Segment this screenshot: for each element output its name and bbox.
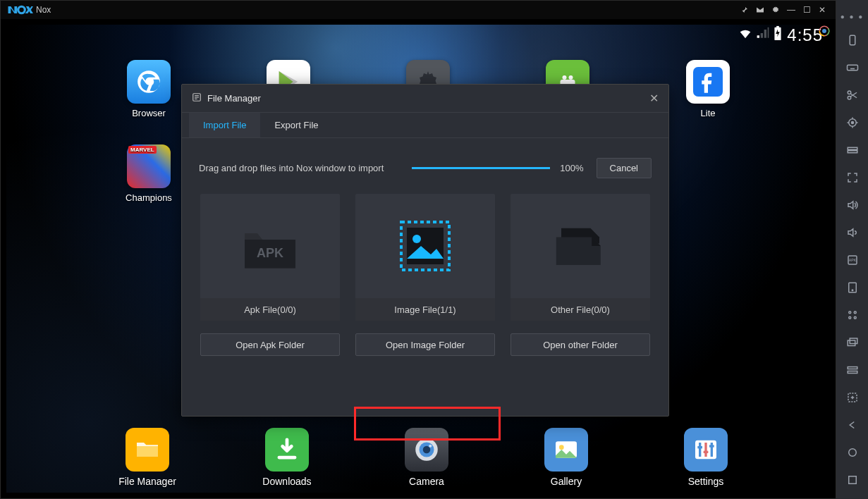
card-image-label: Image File(1/1): [355, 298, 495, 321]
open-image-folder-button[interactable]: Open Image Folder: [355, 333, 495, 356]
svg-rect-50: [848, 367, 857, 369]
file-manager-modal: File Manager ✕ Import File Export File D…: [181, 84, 669, 417]
file-icon: [192, 92, 202, 104]
open-apk-folder-button[interactable]: Open Apk Folder: [200, 333, 340, 356]
svg-point-9: [423, 446, 431, 454]
modal-title: File Manager: [207, 93, 261, 104]
svg-point-10: [429, 445, 432, 448]
emulator-window: Nox — ☐ ✕ 4:55 Browser MARVEL Champi: [0, 0, 836, 499]
svg-point-43: [852, 290, 853, 291]
svg-point-12: [559, 445, 564, 450]
dock-gallery[interactable]: Gallery: [531, 428, 601, 487]
svg-rect-39: [848, 151, 857, 153]
app-browser[interactable]: Browser: [114, 60, 184, 118]
svg-point-47: [854, 316, 856, 319]
volume-down-icon[interactable]: [842, 222, 863, 243]
svg-point-6: [569, 75, 573, 80]
android-statusbar: 4:55: [6, 25, 830, 46]
app-label: Browser: [114, 108, 184, 118]
svg-rect-18: [704, 451, 709, 453]
card-image[interactable]: Image File(1/1): [355, 194, 495, 321]
battery-icon: [773, 25, 783, 45]
volume-up-icon[interactable]: [842, 195, 863, 216]
svg-rect-19: [709, 445, 714, 447]
svg-point-31: [822, 29, 826, 33]
dock-label: File Manager: [112, 476, 183, 487]
multi-instance-icon[interactable]: [842, 359, 863, 381]
app-label: Champions: [114, 192, 184, 203]
recent-icon[interactable]: [842, 469, 863, 491]
card-other[interactable]: Other File(0/0): [511, 194, 650, 321]
titlebar: Nox — ☐ ✕: [1, 1, 836, 19]
dock-label: Camera: [391, 476, 462, 487]
layers-icon[interactable]: [842, 140, 863, 161]
dock-label: Downloads: [252, 476, 322, 487]
svg-rect-15: [704, 443, 707, 457]
window-title: Nox: [36, 5, 51, 15]
progress-percent: 100%: [560, 163, 583, 173]
emulator-toolbar: ● ● ● APK: [836, 0, 868, 499]
folder-icon[interactable]: [842, 277, 863, 298]
app-label: Lite: [673, 108, 743, 118]
card-apk[interactable]: APK Apk File(0/0): [200, 194, 340, 321]
fullscreen-icon[interactable]: [842, 167, 863, 188]
close-icon[interactable]: ✕: [814, 2, 830, 18]
maximize-icon[interactable]: ☐: [799, 2, 814, 18]
dock-label: Gallery: [531, 476, 601, 487]
gear-icon[interactable]: [768, 2, 783, 18]
progress-bar: [412, 167, 550, 169]
modal-header: File Manager ✕: [182, 85, 668, 113]
cancel-button[interactable]: Cancel: [597, 158, 652, 178]
screenshot-icon[interactable]: [842, 332, 863, 353]
pin-icon[interactable]: [737, 2, 752, 18]
app-lite[interactable]: Lite: [673, 60, 743, 118]
open-other-folder-button[interactable]: Open other Folder: [511, 333, 650, 356]
svg-point-46: [848, 316, 850, 319]
svg-rect-26: [407, 228, 444, 264]
apk-install-icon[interactable]: APK: [842, 250, 863, 271]
minimize-icon[interactable]: —: [783, 2, 799, 18]
dock-file-manager[interactable]: File Manager: [112, 428, 183, 487]
svg-point-45: [854, 312, 856, 314]
svg-point-37: [851, 122, 853, 124]
location-icon[interactable]: [842, 112, 863, 133]
tab-export[interactable]: Export File: [260, 113, 332, 137]
svg-rect-17: [697, 446, 702, 448]
svg-point-5: [563, 75, 567, 80]
svg-rect-14: [699, 443, 701, 457]
svg-point-44: [848, 312, 850, 314]
dock-settings[interactable]: Settings: [671, 428, 741, 487]
nox-logo: [6, 4, 33, 16]
wifi-icon: [738, 25, 753, 45]
rotate-icon[interactable]: [842, 30, 863, 51]
svg-rect-1: [776, 26, 779, 28]
svg-rect-38: [848, 147, 857, 149]
drag-hint: Drag and drop files into Nox window to i…: [199, 163, 384, 173]
dock-downloads[interactable]: Downloads: [252, 428, 322, 487]
dock-camera[interactable]: Camera: [391, 428, 462, 487]
svg-rect-33: [847, 65, 857, 70]
card-other-label: Other File(0/0): [511, 298, 650, 321]
svg-point-53: [848, 449, 856, 457]
chrome-indicator-icon: [818, 25, 830, 37]
scissors-icon[interactable]: [842, 85, 863, 106]
controls-icon[interactable]: [842, 304, 863, 326]
tab-import[interactable]: Import File: [189, 113, 260, 137]
android-screen: 4:55 Browser MARVEL Champions Lite: [6, 25, 830, 493]
mail-icon[interactable]: [752, 2, 768, 18]
svg-rect-32: [850, 35, 855, 45]
add-icon[interactable]: [842, 387, 863, 408]
svg-point-27: [412, 235, 421, 243]
dock-label: Settings: [671, 476, 741, 487]
modal-tabs: Import File Export File: [182, 113, 668, 138]
app-champions[interactable]: MARVEL Champions: [114, 144, 184, 203]
keyboard-icon[interactable]: [842, 57, 863, 78]
svg-rect-51: [848, 371, 857, 374]
svg-rect-16: [711, 443, 713, 457]
progress-row: Drag and drop files into Nox window to i…: [182, 138, 668, 194]
back-icon[interactable]: [842, 414, 863, 436]
home-icon[interactable]: [842, 442, 863, 463]
svg-text:APK: APK: [848, 258, 856, 262]
more-icon[interactable]: ● ● ●: [841, 13, 864, 20]
modal-close-icon[interactable]: ✕: [649, 92, 659, 105]
